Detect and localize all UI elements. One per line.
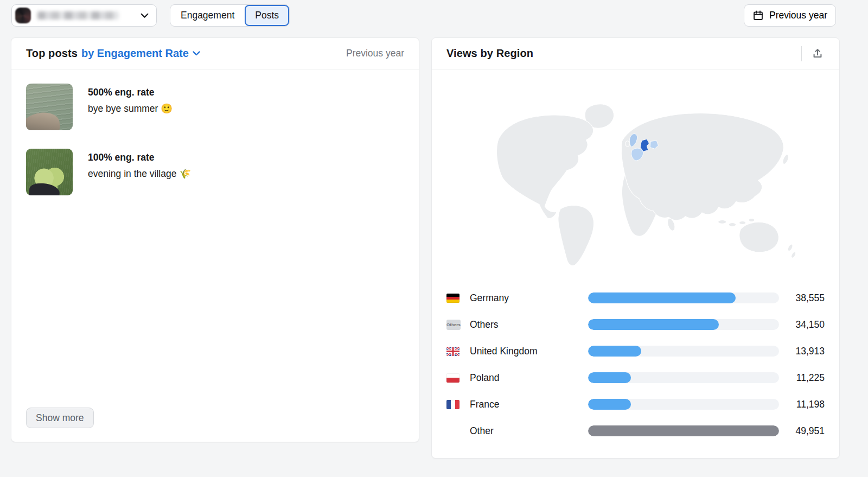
post-thumbnail[interactable]: [26, 84, 73, 130]
top-posts-header: Top posts by Engagement Rate Previous ye…: [11, 38, 419, 69]
tab-engagement[interactable]: Engagement: [170, 5, 245, 26]
export-icon: [812, 48, 824, 60]
region-breakdown: Germany 38,555 Others Others 34,150 Unit…: [432, 290, 839, 450]
region-row: Germany 38,555: [446, 290, 825, 306]
show-more-button[interactable]: Show more: [26, 408, 94, 428]
germany-flag-icon: [446, 294, 459, 303]
region-bar: [588, 346, 779, 357]
poland-flag-icon: [446, 373, 459, 383]
views-by-region-title: Views by Region: [446, 47, 533, 60]
region-row: Other 49,951: [446, 423, 825, 438]
post-engagement-rate: 100% eng. rate: [88, 152, 191, 163]
header-divider: [801, 46, 802, 61]
top-posts-title: Top posts: [26, 47, 78, 60]
previous-year-button[interactable]: Previous year: [744, 4, 836, 27]
chevron-down-icon: [193, 51, 200, 56]
top-posts-period-label: Previous year: [346, 48, 404, 59]
post-caption: evening in the village 🌾: [88, 168, 191, 180]
post-caption: bye bye summer 🙂: [88, 103, 173, 115]
region-row: Others Others 34,150: [446, 317, 825, 332]
region-value: 38,555: [779, 292, 825, 304]
view-toggle: Engagement Posts: [170, 4, 290, 27]
region-value: 34,150: [779, 319, 825, 330]
region-label: France: [470, 399, 588, 410]
tab-posts[interactable]: Posts: [245, 5, 289, 26]
france-flag-icon: [446, 400, 459, 409]
chevron-down-icon: [141, 11, 149, 21]
top-posts-panel: Top posts by Engagement Rate Previous ye…: [11, 37, 419, 442]
previous-year-label: Previous year: [769, 10, 827, 21]
region-value: 13,913: [779, 346, 825, 357]
views-by-region-panel: Views by Region: [431, 37, 840, 459]
sort-by-selector[interactable]: by Engagement Rate: [81, 47, 200, 60]
post-item[interactable]: 500% eng. rate bye bye summer 🙂: [26, 84, 404, 130]
post-engagement-rate: 500% eng. rate: [88, 87, 173, 98]
region-row: Poland 11,225: [446, 370, 825, 385]
export-button[interactable]: [810, 47, 825, 61]
views-by-region-header: Views by Region: [432, 38, 839, 69]
account-selector[interactable]: [11, 4, 157, 27]
region-bar: [588, 319, 779, 330]
region-label: Germany: [470, 292, 588, 304]
region-bar: [588, 292, 779, 303]
sort-by-label: by Engagement Rate: [81, 47, 189, 60]
region-value: 11,198: [779, 399, 825, 410]
account-name-redacted: [37, 11, 119, 20]
post-item[interactable]: 100% eng. rate evening in the village 🌾: [26, 149, 404, 195]
region-value: 49,951: [779, 425, 825, 437]
region-bar: [588, 399, 779, 410]
region-label: Other: [470, 425, 588, 437]
post-thumbnail[interactable]: [26, 149, 73, 195]
region-label: Poland: [470, 372, 588, 384]
region-label: Others: [470, 319, 588, 330]
region-row: France 11,198: [446, 397, 825, 412]
region-row: United Kingdom 13,913: [446, 344, 825, 359]
account-avatar: [15, 8, 31, 23]
world-map: [470, 86, 801, 270]
region-bar: [588, 372, 779, 383]
region-label: United Kingdom: [470, 346, 588, 357]
calendar-icon: [752, 10, 764, 21]
region-value: 11,225: [779, 372, 825, 384]
posts-list: 500% eng. rate bye bye summer 🙂 100% eng…: [11, 69, 419, 195]
united-kingdom-flag-icon: [446, 347, 459, 356]
region-bar: [588, 425, 779, 436]
others-flag-icon: Others: [446, 320, 461, 330]
